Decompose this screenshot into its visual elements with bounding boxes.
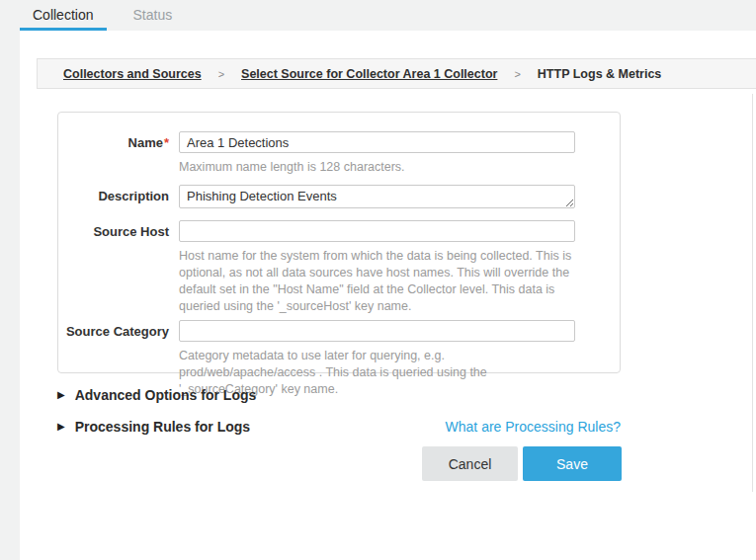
top-tab-bar: Collection Status	[0, 0, 756, 31]
name-input[interactable]	[179, 131, 575, 153]
required-asterisk: *	[164, 135, 169, 150]
description-textarea[interactable]: Phishing Detection Events	[179, 185, 575, 208]
name-field-row: Name* Maximum name length is 128 charact…	[58, 131, 620, 176]
breadcrumb-separator-icon: >	[218, 68, 224, 80]
breadcrumb-separator-icon: >	[514, 68, 520, 80]
expand-triangle-icon[interactable]: ▶	[57, 422, 65, 432]
name-label: Name*	[58, 131, 169, 176]
source-config-form: Name* Maximum name length is 128 charact…	[57, 112, 621, 373]
breadcrumb-select-source[interactable]: Select Source for Collector Area 1 Colle…	[241, 67, 497, 81]
source-host-input[interactable]	[179, 220, 575, 242]
tab-status[interactable]: Status	[120, 0, 185, 31]
cancel-button[interactable]: Cancel	[422, 446, 518, 481]
tab-collection[interactable]: Collection	[20, 0, 106, 31]
description-field-row: Description Phishing Detection Events	[58, 185, 620, 212]
source-host-field-row: Source Host Host name for the system fro…	[58, 220, 620, 315]
description-label: Description	[58, 185, 169, 212]
name-label-text: Name	[128, 135, 163, 150]
breadcrumb-collectors-and-sources[interactable]: Collectors and Sources	[63, 67, 202, 81]
form-actions: Cancel Save	[57, 446, 622, 481]
expand-triangle-icon[interactable]: ▶	[57, 390, 65, 400]
source-category-input[interactable]	[179, 320, 575, 342]
content-panel: Collectors and Sources > Select Source f…	[20, 31, 756, 560]
source-host-label: Source Host	[58, 220, 169, 315]
processing-rules-title[interactable]: Processing Rules for Logs	[75, 419, 250, 435]
save-button[interactable]: Save	[523, 446, 622, 481]
breadcrumb-current-page: HTTP Logs & Metrics	[538, 67, 661, 81]
advanced-options-title[interactable]: Advanced Options for Logs	[75, 387, 257, 403]
advanced-options-section[interactable]: ▶ Advanced Options for Logs	[57, 387, 621, 403]
breadcrumb: Collectors and Sources > Select Source f…	[37, 58, 756, 89]
panel-right-divider	[752, 94, 753, 492]
processing-rules-section[interactable]: ▶ Processing Rules for Logs What are Pro…	[57, 419, 621, 435]
name-help-text: Maximum name length is 128 characters.	[179, 159, 575, 176]
source-host-help-text: Host name for the system from which the …	[179, 248, 575, 315]
what-are-processing-rules-link[interactable]: What are Processing Rules?	[446, 419, 621, 435]
